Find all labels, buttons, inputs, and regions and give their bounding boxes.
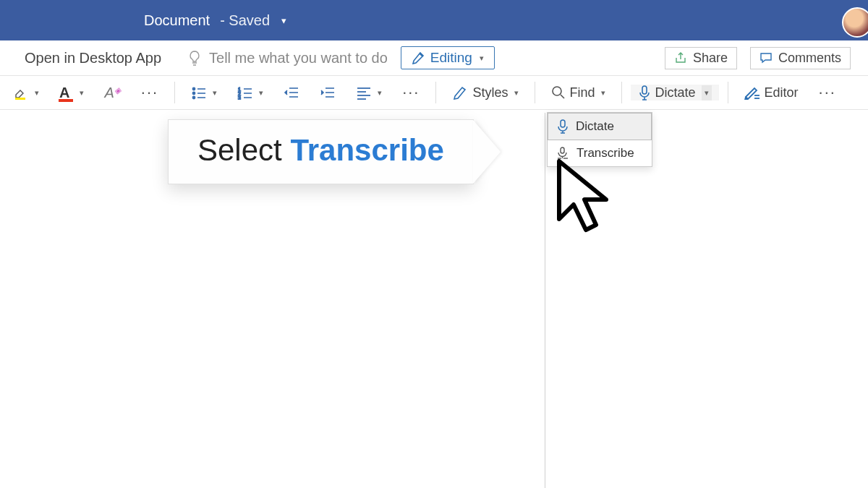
editing-label: Editing xyxy=(430,50,472,66)
chevron-down-icon[interactable]: ▾ xyxy=(702,85,712,100)
command-bar: Open in Desktop App Tell me what you wan… xyxy=(0,40,868,76)
svg-text:3: 3 xyxy=(238,95,241,100)
styles-icon xyxy=(452,85,468,100)
clear-formatting-button[interactable]: A◈ xyxy=(97,85,127,101)
separator xyxy=(535,82,535,103)
font-color-button[interactable]: A ▾ xyxy=(52,85,91,101)
page-boundary xyxy=(545,113,545,488)
clear-format-icon: A◈ xyxy=(104,85,120,101)
indent-icon xyxy=(320,85,336,100)
editor-button[interactable]: Editor xyxy=(737,85,806,100)
find-button[interactable]: Find▾ xyxy=(544,85,613,100)
chevron-down-icon: ▾ xyxy=(601,88,605,98)
comments-button[interactable]: Comments xyxy=(750,47,851,69)
chevron-down-icon: ▾ xyxy=(213,88,217,98)
separator xyxy=(435,82,436,103)
find-label: Find xyxy=(570,85,595,100)
svg-point-1 xyxy=(193,87,195,90)
share-icon xyxy=(674,51,687,64)
styles-label: Styles xyxy=(472,85,508,100)
microphone-icon xyxy=(557,119,569,134)
open-in-desktop-button[interactable]: Open in Desktop App xyxy=(25,50,161,67)
dictate-item-label: Dictate xyxy=(576,119,614,134)
document-name: Document xyxy=(144,12,210,29)
title-bar: Document - Saved ▾ xyxy=(0,0,868,40)
share-label: Share xyxy=(693,51,728,66)
editing-mode-button[interactable]: Editing ▾ xyxy=(401,46,495,69)
svg-rect-29 xyxy=(561,147,564,153)
comment-icon xyxy=(760,51,773,64)
dropdown-item-dictate[interactable]: Dictate xyxy=(548,113,652,140)
bullets-button[interactable]: ▾ xyxy=(184,85,224,100)
svg-point-23 xyxy=(553,87,561,95)
comments-label: Comments xyxy=(778,51,841,66)
dictate-label: Dictate xyxy=(655,85,696,100)
more-paragraph-button[interactable]: ··· xyxy=(395,83,427,102)
saved-status: - Saved xyxy=(220,12,270,29)
share-button[interactable]: Share xyxy=(665,47,737,69)
chevron-down-icon[interactable]: ▾ xyxy=(281,15,286,26)
svg-rect-25 xyxy=(642,86,647,94)
cursor-pointer-icon xyxy=(556,158,621,247)
callout-prefix: Select xyxy=(197,133,290,167)
align-button[interactable]: ▾ xyxy=(349,85,389,100)
chevron-down-icon: ▾ xyxy=(378,88,382,98)
user-avatar[interactable] xyxy=(842,7,868,38)
styles-button[interactable]: Styles▾ xyxy=(445,85,525,100)
pencil-icon xyxy=(412,51,425,64)
highlight-color-button[interactable]: ▾ xyxy=(6,85,46,100)
increase-indent-button[interactable] xyxy=(312,85,343,100)
align-left-icon xyxy=(356,85,372,100)
font-color-icon: A xyxy=(59,85,69,101)
svg-point-3 xyxy=(193,92,195,94)
chevron-down-icon: ▾ xyxy=(35,88,39,98)
svg-rect-28 xyxy=(561,120,565,127)
editor-label: Editor xyxy=(765,85,799,100)
numbering-button[interactable]: 123▾ xyxy=(230,85,271,100)
tell-me-search[interactable]: Tell me what you want to do xyxy=(187,50,388,67)
document-title-area[interactable]: Document - Saved ▾ xyxy=(144,12,286,29)
highlight-icon xyxy=(13,85,29,100)
more-font-button[interactable]: ··· xyxy=(134,83,166,102)
svg-point-5 xyxy=(193,96,195,98)
more-ribbon-button[interactable]: ··· xyxy=(812,83,843,102)
tell-me-placeholder: Tell me what you want to do xyxy=(209,50,388,67)
separator xyxy=(728,82,728,103)
callout-arrow-icon xyxy=(473,120,501,184)
instruction-callout: Select Transcribe xyxy=(168,119,474,184)
bullets-icon xyxy=(191,85,207,100)
separator xyxy=(174,82,175,103)
svg-rect-0 xyxy=(15,98,25,100)
decrease-indent-button[interactable] xyxy=(276,85,307,100)
lightbulb-icon xyxy=(187,50,202,66)
separator xyxy=(621,82,622,103)
callout-highlight: Transcribe xyxy=(290,133,443,167)
search-icon xyxy=(551,85,566,100)
chevron-down-icon: ▾ xyxy=(259,88,263,98)
chevron-down-icon: ▾ xyxy=(80,88,84,98)
microphone-icon xyxy=(638,85,651,100)
svg-line-24 xyxy=(561,95,564,98)
numbering-icon: 123 xyxy=(237,85,253,100)
ribbon-toolbar: ▾ A ▾ A◈ ··· ▾ 123▾ ▾ ··· Styles▾ Find▾ … xyxy=(0,76,868,110)
editor-icon xyxy=(744,85,760,100)
dictate-button[interactable]: Dictate ▾ xyxy=(631,85,719,100)
outdent-icon xyxy=(284,85,299,100)
chevron-down-icon: ▾ xyxy=(480,53,484,63)
chevron-down-icon: ▾ xyxy=(514,88,519,98)
